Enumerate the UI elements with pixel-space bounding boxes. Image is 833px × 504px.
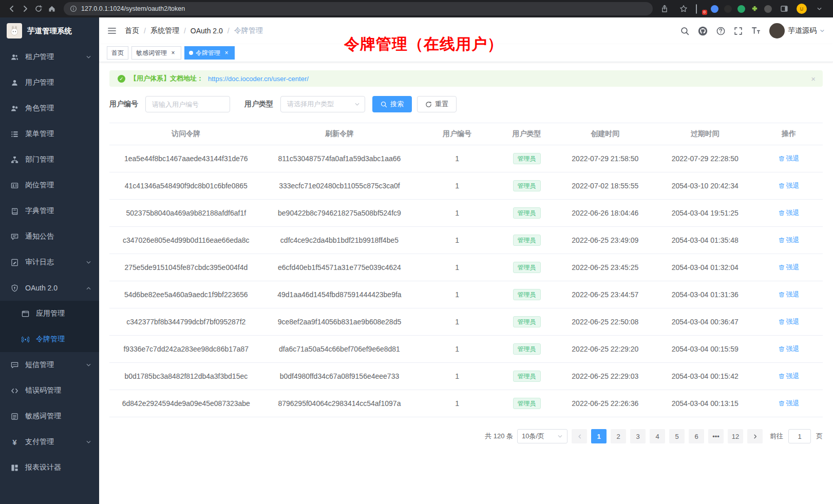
force-logout-button[interactable]: 强退 (779, 236, 800, 245)
extension-blue-icon[interactable] (711, 5, 718, 13)
tab-home[interactable]: 首页 (107, 46, 128, 60)
sidebar-item-app-management[interactable]: 应用管理 (0, 301, 99, 326)
breadcrumb-oauth[interactable]: OAuth 2.0 (191, 27, 223, 35)
table-row: f9336e7c7dd242a283ee98dc86b17a87 dfa6c71… (109, 336, 823, 363)
sidebar-item-role[interactable]: 角色管理 (0, 95, 99, 121)
reset-button[interactable]: 重置 (417, 96, 457, 112)
sidebar-item-payment[interactable]: ¥ 支付管理 (0, 429, 99, 455)
page-button-2[interactable]: 2 (611, 429, 626, 443)
access-token-cell: b0d1785bc3a8482f812db4a3f3bd15ec (109, 363, 263, 390)
sidebar-item-dict[interactable]: 字典管理 (0, 198, 99, 224)
table-row: 1ea5e44f8bc1467aaede43144f31de76 811c530… (109, 145, 823, 172)
side-panel-icon[interactable] (778, 2, 791, 15)
access-token-cell: c342377bf8b344799dcbf7bf095287f2 (109, 308, 263, 336)
user-type-select[interactable]: 请选择用户类型 (280, 96, 365, 112)
search-icon[interactable] (680, 27, 689, 35)
site-info-icon[interactable] (70, 5, 77, 12)
force-logout-button[interactable]: 强退 (779, 181, 800, 190)
sidebar-item-audit-log[interactable]: 审计日志 (0, 249, 99, 275)
force-logout-button[interactable]: 强退 (779, 263, 800, 272)
tab-sensitive-word[interactable]: 敏感词管理 (131, 46, 181, 60)
sidebar-item-report-designer[interactable]: 报表设计器 (0, 455, 99, 480)
created-cell: 2022-06-25 23:45:25 (555, 254, 655, 281)
sidebar-item-error-code[interactable]: 错误码管理 (0, 378, 99, 403)
tab-close-icon[interactable] (169, 49, 177, 56)
yen-icon: ¥ (11, 438, 18, 446)
font-size-icon[interactable] (751, 27, 761, 35)
force-logout-button[interactable]: 强退 (779, 290, 800, 299)
fullscreen-icon[interactable] (734, 27, 743, 35)
force-logout-button[interactable]: 强退 (779, 317, 800, 326)
refresh-token-cell: cdfc4ce9c2da4bb1bdf21b9918ff4be5 (263, 227, 416, 254)
next-page-button[interactable] (747, 429, 763, 443)
extension-puzzle-icon[interactable] (751, 5, 759, 13)
tab-close-icon[interactable] (223, 49, 230, 56)
access-token-cell: 275e5de9151045fe87cbdc395e004f4d (109, 254, 263, 281)
page-button-3[interactable]: 3 (630, 429, 646, 443)
extension-green-icon[interactable] (737, 5, 745, 13)
page-button-4[interactable]: 4 (650, 429, 665, 443)
search-button[interactable]: 搜索 (372, 96, 412, 112)
sidebar-toggle-icon[interactable] (107, 26, 117, 35)
page-size-select[interactable]: 10条/页 (517, 429, 567, 443)
more-pages-button[interactable]: ••• (708, 429, 724, 443)
breadcrumb-home[interactable]: 首页 (125, 26, 139, 35)
token-table: 访问令牌 刷新令牌 用户编号 用户类型 创建时间 过期时间 操作 1ea5e44… (109, 123, 823, 417)
extension-paw-icon[interactable] (764, 5, 772, 13)
sidebar-item-label: 部门管理 (25, 155, 91, 164)
github-icon[interactable] (698, 26, 708, 36)
refresh-token-cell: 333ecfc71e02480cb11055c875c3ca0f (263, 172, 416, 200)
user-id-input[interactable] (145, 96, 230, 112)
force-logout-button[interactable]: 强退 (779, 154, 800, 163)
sidebar-item-dept[interactable]: 部门管理 (0, 147, 99, 172)
sidebar-item-menu[interactable]: 菜单管理 (0, 121, 99, 147)
sidebar-item-sensitive-word[interactable]: 敏感词管理 (0, 403, 99, 429)
extension-badged-icon[interactable]: 0 (696, 5, 705, 13)
trash-icon (779, 346, 785, 352)
browser-profile-avatar[interactable] (797, 4, 807, 14)
tab-label: 敏感词管理 (136, 49, 167, 57)
force-logout-button[interactable]: 强退 (779, 399, 800, 408)
sidebar-item-notice[interactable]: 通知公告 (0, 224, 99, 249)
share-icon[interactable] (658, 2, 671, 15)
reload-icon[interactable] (32, 2, 45, 15)
force-logout-button[interactable]: 强退 (779, 208, 800, 218)
extension-dark-icon[interactable] (724, 5, 732, 13)
breadcrumb-current: 令牌管理 (234, 26, 263, 35)
user-menu[interactable]: 芋道源码 (769, 23, 825, 38)
force-logout-button[interactable]: 强退 (779, 344, 800, 354)
goto-page-input[interactable] (788, 429, 811, 443)
alert-close-icon[interactable] (811, 74, 816, 83)
sidebar-item-oauth[interactable]: OAuth 2.0 (0, 275, 99, 301)
prev-page-button[interactable] (572, 429, 587, 443)
help-icon[interactable] (716, 27, 725, 35)
sidebar-item-token-management[interactable]: 令牌管理 (0, 326, 99, 352)
refresh-token-cell: dfa6c71a50a54c66bef706ef9e6e8d81 (263, 336, 416, 363)
action-cell: 强退 (755, 308, 823, 336)
page-button-6[interactable]: 6 (689, 429, 704, 443)
access-token-cell: 41c41346a548490f9dc8b01c6bfe0865 (109, 172, 263, 200)
page-button-1[interactable]: 1 (591, 429, 607, 443)
bookmark-star-icon[interactable] (677, 2, 690, 15)
app-logo[interactable]: 芋道管理系统 (0, 17, 99, 44)
url-bar[interactable]: 127.0.0.1:1024/system/oauth2/token (64, 2, 653, 15)
user-id-cell: 1 (416, 390, 498, 417)
page-button-5[interactable]: 5 (669, 429, 685, 443)
expires-cell: 2054-03-04 00:15:59 (655, 336, 755, 363)
forward-icon[interactable] (18, 2, 32, 15)
sidebar-item-post[interactable]: 岗位管理 (0, 172, 99, 198)
app-title: 芋道管理系统 (27, 26, 72, 36)
back-icon[interactable] (5, 2, 18, 15)
sidebar-item-tenant[interactable]: 租户管理 (0, 44, 99, 70)
chrome-menu-chevron-icon[interactable] (812, 2, 826, 15)
expires-cell: 2054-03-04 01:35:48 (655, 227, 755, 254)
expires-cell: 2054-03-04 01:32:04 (655, 254, 755, 281)
page-button-12[interactable]: 12 (728, 429, 743, 443)
sidebar-item-user[interactable]: 用户管理 (0, 70, 99, 95)
breadcrumb-system[interactable]: 系统管理 (150, 26, 179, 35)
sidebar-item-sms[interactable]: 短信管理 (0, 352, 99, 378)
home-icon[interactable] (45, 2, 59, 15)
force-logout-button[interactable]: 强退 (779, 372, 800, 381)
tab-token-management[interactable]: 令牌管理 (184, 46, 235, 60)
doc-link[interactable]: https://doc.iocoder.cn/user-center/ (208, 75, 309, 83)
